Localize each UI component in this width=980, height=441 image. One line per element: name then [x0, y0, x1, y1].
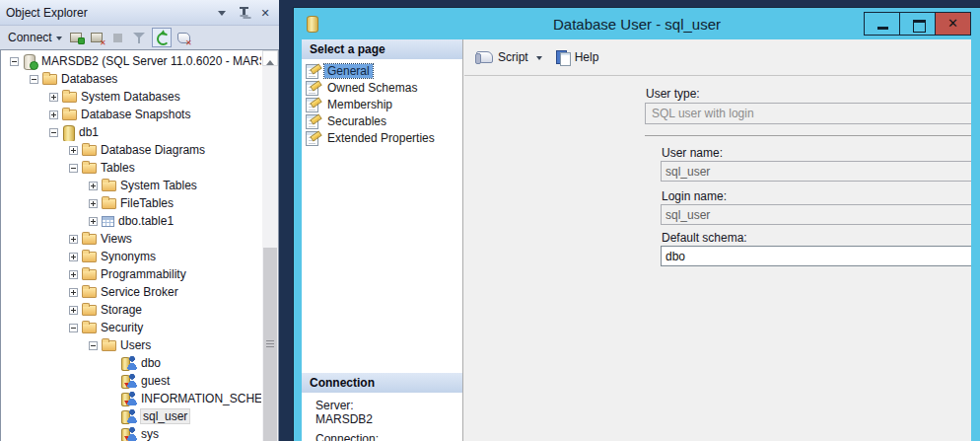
user-type-value: SQL user with login: [652, 107, 754, 120]
tree-item-label: System Databases: [81, 90, 180, 104]
chevron-down-icon[interactable]: [536, 56, 542, 63]
page-item-membership[interactable]: Membership: [306, 96, 460, 112]
tree-item-label: Tables: [101, 161, 135, 175]
script-button[interactable]: Script: [472, 47, 532, 67]
help-button[interactable]: Help: [552, 47, 603, 67]
expand-icon[interactable]: [69, 253, 78, 261]
refresh-icon[interactable]: [152, 28, 172, 47]
expand-icon[interactable]: [49, 93, 58, 102]
tree-item-label: FileTables: [120, 196, 174, 210]
page-item-label: General: [324, 64, 373, 78]
select-page-pane: Select a page General Owned Schemas Memb…: [302, 39, 463, 441]
tree-item-views[interactable]: Views: [2, 230, 261, 248]
page-item-general[interactable]: General: [306, 62, 460, 79]
tree-item-guest[interactable]: guest: [2, 372, 261, 390]
tree-item-sql-user[interactable]: sql_user: [2, 407, 261, 425]
database-user-dialog: Database User - sql_user Select a page G…: [294, 8, 980, 441]
server-label: Server:: [315, 399, 354, 412]
expand-icon[interactable]: [69, 270, 78, 279]
collapse-icon[interactable]: [49, 128, 58, 137]
maximize-button[interactable]: [899, 12, 936, 36]
tree-item-database-diagrams[interactable]: Database Diagrams: [2, 141, 261, 159]
tree-item-label: INFORMATION_SCHEM: [141, 392, 261, 405]
disconnect-icon[interactable]: [90, 30, 105, 45]
tree-item-system-tables[interactable]: System Tables: [2, 177, 261, 194]
collapse-icon[interactable]: [10, 57, 19, 66]
script-error-icon[interactable]: [176, 30, 192, 45]
close-icon[interactable]: ✕: [257, 6, 273, 20]
page-item-securables[interactable]: Securables: [306, 112, 460, 129]
connect-object-explorer-icon[interactable]: [69, 30, 85, 45]
folder-icon: [62, 110, 77, 120]
collapse-icon[interactable]: [69, 324, 78, 332]
folder-icon: [82, 163, 97, 174]
page-item-owned-schemas[interactable]: Owned Schemas: [306, 79, 460, 96]
collapse-icon[interactable]: [89, 341, 98, 350]
connection-label: Connection:: [315, 432, 379, 441]
tree-item-security[interactable]: Security: [2, 319, 261, 336]
tree-item-programmability[interactable]: Programmability: [2, 265, 261, 283]
page-item-label: Securables: [324, 114, 389, 128]
pin-icon[interactable]: [236, 6, 251, 20]
tree-item-service-broker[interactable]: Service Broker: [2, 283, 261, 301]
connect-button[interactable]: Connect: [6, 29, 64, 46]
tree-item-label: MARSDB2 (SQL Server 11.0.6020 - MARSD: [41, 54, 261, 68]
tree-item-tables[interactable]: Tables: [2, 159, 261, 177]
select-page-header: Select a page: [302, 39, 462, 59]
folder-icon: [102, 181, 116, 191]
close-button[interactable]: [935, 12, 971, 36]
folder-icon: [82, 323, 97, 333]
tree-item-sys[interactable]: sys: [2, 425, 261, 441]
expand-icon[interactable]: [89, 199, 98, 208]
expand-icon[interactable]: [69, 306, 78, 315]
dialog-content: Select a page General Owned Schemas Memb…: [302, 39, 971, 441]
page-item-extended-properties[interactable]: Extended Properties: [306, 129, 460, 146]
user-name-label: User name:: [662, 146, 723, 160]
user-type-select: SQL user with login: [645, 103, 971, 124]
stop-icon: [110, 30, 126, 45]
tree-item-dbo-table1[interactable]: dbo.table1: [2, 212, 261, 230]
object-explorer-toolbar: Connect: [0, 26, 279, 49]
connect-label: Connect: [8, 31, 52, 44]
dialog-titlebar[interactable]: Database User - sql_user: [294, 8, 980, 39]
dialog-toolbar: Script Help: [464, 39, 971, 76]
tree-item-label: dbo: [141, 356, 161, 370]
tree-item-server[interactable]: MARSDB2 (SQL Server 11.0.6020 - MARSD: [2, 52, 261, 70]
scrollbar-thumb[interactable]: [263, 248, 277, 441]
filter-icon[interactable]: [131, 30, 147, 45]
default-schema-field[interactable]: [661, 246, 971, 266]
expand-icon[interactable]: [69, 288, 78, 297]
tree-item-db1[interactable]: db1: [2, 123, 261, 141]
page-icon: [306, 114, 319, 127]
expand-icon[interactable]: [89, 217, 98, 226]
page-item-label: Owned Schemas: [324, 81, 420, 95]
tree-item-label: System Tables: [120, 179, 197, 192]
tree-item-filetables[interactable]: FileTables: [2, 194, 261, 212]
expand-icon[interactable]: [69, 235, 78, 244]
collapse-icon[interactable]: [69, 164, 78, 173]
expand-icon[interactable]: [89, 182, 98, 190]
minimize-button[interactable]: [864, 12, 900, 36]
tree-item-label: Programmability: [101, 267, 186, 281]
tree-item-label: sys: [141, 427, 159, 441]
tree-item-label: Storage: [101, 303, 142, 317]
tree-item-system-databases[interactable]: System Databases: [2, 88, 261, 106]
tree-scrollbar[interactable]: [262, 50, 278, 441]
object-explorer-title: Object Explorer: [6, 6, 208, 20]
tree-item-users[interactable]: Users: [2, 336, 261, 354]
window-position-menu-icon[interactable]: [214, 6, 230, 20]
tree-item-dbo[interactable]: dbo: [2, 354, 261, 372]
tree-item-label: Service Broker: [101, 285, 178, 299]
scroll-up-icon[interactable]: [262, 50, 278, 66]
tree-item-database-snapshots[interactable]: Database Snapshots: [2, 106, 261, 123]
tree-item-information-schema[interactable]: INFORMATION_SCHEM: [2, 390, 261, 407]
tree-item-synonyms[interactable]: Synonyms: [2, 248, 261, 265]
tree-item-databases[interactable]: Databases: [2, 70, 261, 88]
help-label: Help: [575, 50, 599, 64]
tree-item-storage[interactable]: Storage: [2, 301, 261, 319]
collapse-icon[interactable]: [30, 75, 38, 84]
expand-icon[interactable]: [69, 146, 78, 155]
expand-icon[interactable]: [49, 110, 58, 119]
folder-icon: [42, 74, 57, 85]
folder-icon: [82, 234, 97, 245]
